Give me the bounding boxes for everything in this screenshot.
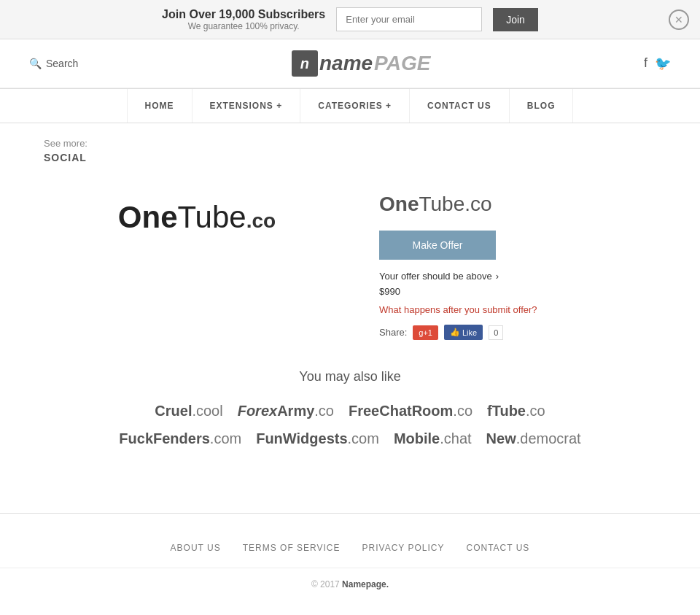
nav-contact[interactable]: CONTACT US bbox=[410, 89, 510, 123]
share-label: Share: bbox=[379, 327, 407, 338]
logo-icon: n bbox=[292, 50, 318, 77]
similar-row-2: FuckFenders.com FunWidgests.com Mobile.c… bbox=[44, 430, 656, 447]
main-content: See more: SOCIAL OneTube.co OneTube.co M… bbox=[0, 123, 700, 498]
logo-name: name bbox=[319, 52, 373, 75]
similar-new-democrat[interactable]: New.democrat bbox=[486, 430, 581, 447]
nav-blog[interactable]: BLOG bbox=[510, 89, 574, 123]
facebook-icon[interactable]: f bbox=[644, 55, 648, 71]
nav-home[interactable]: HOME bbox=[127, 89, 192, 123]
see-more-label: See more: bbox=[44, 138, 656, 149]
domain-title: OneTube.co bbox=[379, 193, 656, 216]
share-row: Share: g+1 👍 Like 0 bbox=[379, 325, 656, 340]
offer-faq-link[interactable]: What happens after you submit offer? bbox=[379, 304, 537, 315]
offer-info: Your offer should be above › bbox=[379, 271, 656, 282]
footer-terms[interactable]: TERMS OF SERVICE bbox=[243, 543, 341, 553]
search-label: Search bbox=[46, 58, 78, 69]
similar-cruel-cool[interactable]: Cruel.cool bbox=[155, 403, 222, 419]
top-banner: Join Over 19,000 Subscribers We guarante… bbox=[0, 0, 700, 39]
make-offer-button[interactable]: Make Offer bbox=[379, 231, 496, 260]
google-plus-button[interactable]: g+1 bbox=[413, 325, 438, 340]
similar-mobile-chat[interactable]: Mobile.chat bbox=[394, 430, 472, 447]
nav-extensions[interactable]: EXTENSIONS + bbox=[192, 89, 301, 123]
domain-info: OneTube.co Make Offer Your offer should … bbox=[379, 185, 656, 340]
search-area[interactable]: 🔍 Search bbox=[29, 58, 78, 69]
close-banner-button[interactable]: ✕ bbox=[669, 9, 689, 30]
nav-categories[interactable]: CATEGORIES + bbox=[300, 89, 410, 123]
footer-privacy[interactable]: PRIVACY POLICY bbox=[362, 543, 445, 553]
banner-subtitle: We guarantee 100% privacy. bbox=[162, 21, 325, 31]
search-icon: 🔍 bbox=[29, 58, 42, 69]
banner-title: Join Over 19,000 Subscribers bbox=[162, 8, 325, 21]
similar-freechatroom-co[interactable]: FreeChatRoom.co bbox=[349, 403, 472, 419]
footer-contact[interactable]: CONTACT US bbox=[466, 543, 529, 553]
similar-funwidgests-com[interactable]: FunWidgests.com bbox=[256, 430, 379, 447]
social-icons: f 🐦 bbox=[644, 55, 671, 71]
offer-price: $990 bbox=[379, 286, 656, 297]
header: 🔍 Search n name PAGE f 🐦 bbox=[0, 39, 700, 88]
footer-copyright: © 2017 Namepage. bbox=[0, 568, 700, 600]
you-may-like-section: You may also like Cruel.cool ForexArmy.c… bbox=[44, 369, 656, 447]
you-may-like-title: You may also like bbox=[44, 369, 656, 384]
footer-brand[interactable]: Namepage. bbox=[342, 579, 389, 589]
like-count: 0 bbox=[489, 325, 503, 340]
similar-row-1: Cruel.cool ForexArmy.co FreeChatRoom.co … bbox=[44, 403, 656, 419]
footer-about-us[interactable]: ABOUT US bbox=[171, 543, 221, 553]
logo-page: PAGE bbox=[374, 52, 430, 75]
logo[interactable]: n name PAGE bbox=[292, 50, 430, 77]
banner-text: Join Over 19,000 Subscribers We guarante… bbox=[162, 8, 325, 31]
domain-name-regular: Tube bbox=[178, 200, 246, 234]
footer-links: ABOUT US TERMS OF SERVICE PRIVACY POLICY… bbox=[0, 528, 700, 568]
similar-fuckfenders-com[interactable]: FuckFenders.com bbox=[119, 430, 241, 447]
footer-divider bbox=[0, 513, 700, 514]
domain-name-bold: One bbox=[118, 200, 178, 234]
chevron-right-icon: › bbox=[496, 271, 499, 282]
email-input[interactable] bbox=[336, 7, 482, 31]
similar-ftube-co[interactable]: fTube.co bbox=[487, 403, 545, 419]
domain-showcase: OneTube.co OneTube.co Make Offer Your of… bbox=[44, 185, 656, 340]
join-button[interactable]: Join bbox=[493, 8, 538, 31]
facebook-like-button[interactable]: 👍 Like bbox=[444, 325, 483, 340]
breadcrumb-tag[interactable]: SOCIAL bbox=[44, 152, 656, 163]
domain-logo-text: OneTube.co bbox=[118, 200, 276, 235]
domain-tld: .co bbox=[246, 209, 276, 232]
domain-logo-large: OneTube.co bbox=[44, 185, 350, 250]
similar-forexarmy-co[interactable]: ForexArmy.co bbox=[238, 403, 334, 419]
twitter-icon[interactable]: 🐦 bbox=[655, 55, 671, 71]
main-nav: HOME EXTENSIONS + CATEGORIES + CONTACT U… bbox=[0, 88, 700, 123]
